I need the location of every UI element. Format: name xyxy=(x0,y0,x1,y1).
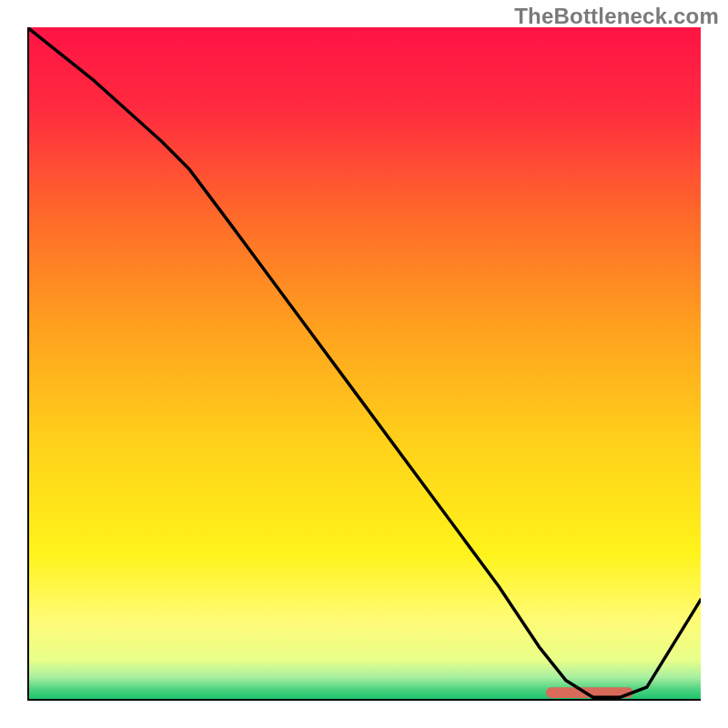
chart-container: TheBottleneck.com xyxy=(0,0,728,728)
plot-area xyxy=(27,27,701,701)
chart-svg xyxy=(27,27,701,701)
watermark-text: TheBottleneck.com xyxy=(514,4,719,29)
gradient-background xyxy=(27,27,701,701)
